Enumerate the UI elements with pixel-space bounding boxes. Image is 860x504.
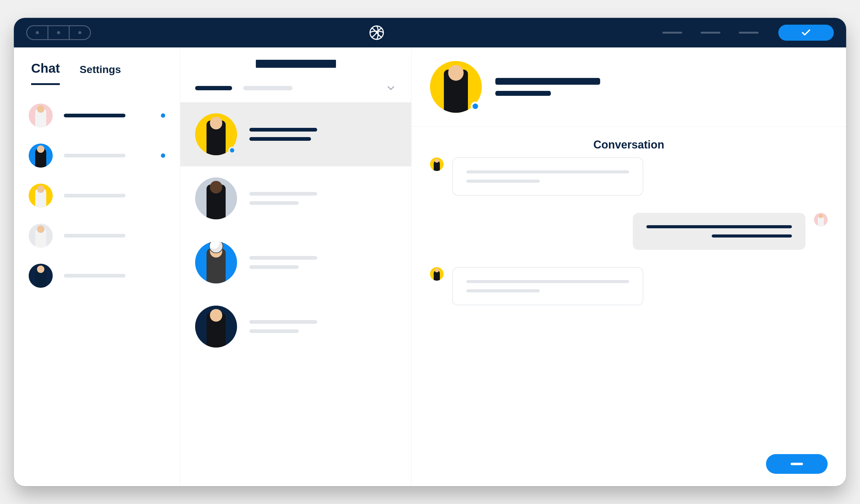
window-separator — [47, 26, 48, 39]
thread-title-redacted — [249, 128, 317, 132]
avatar — [195, 306, 237, 347]
message-line-redacted — [467, 180, 540, 183]
contact-item[interactable] — [29, 224, 165, 248]
thread-item[interactable] — [180, 231, 411, 295]
message-outgoing — [430, 213, 828, 250]
conversation-status-redacted — [495, 91, 551, 96]
tab-chat[interactable]: Chat — [31, 61, 60, 85]
avatar — [29, 224, 53, 248]
contact-item[interactable] — [29, 144, 165, 167]
message-bubble[interactable] — [452, 267, 643, 305]
menu-placeholder[interactable] — [701, 32, 720, 33]
message-line-redacted — [467, 280, 629, 283]
message-line-redacted — [646, 225, 792, 228]
window-controls[interactable] — [26, 25, 91, 40]
thread-title-redacted — [249, 256, 317, 260]
message-bubble[interactable] — [452, 158, 643, 196]
contact-name-redacted — [64, 194, 126, 197]
conversation-header — [412, 47, 846, 127]
thread-filter-row — [195, 83, 397, 102]
thread-item[interactable] — [180, 166, 411, 231]
contact-name-redacted — [64, 274, 126, 278]
conversation-name-redacted — [495, 78, 600, 85]
send-button[interactable] — [766, 454, 828, 474]
thread-title-redacted — [249, 320, 317, 324]
contact-item[interactable] — [29, 104, 165, 128]
presence-dot-icon — [228, 147, 236, 154]
thread-list-panel — [180, 47, 412, 486]
avatar — [195, 177, 237, 219]
conversation-section-title: Conversation — [593, 138, 664, 151]
avatar — [29, 183, 53, 208]
presence-dot-icon — [471, 102, 480, 111]
contact-name-redacted — [64, 234, 126, 238]
thread-subtitle-redacted — [249, 265, 299, 269]
avatar — [29, 104, 53, 128]
chevron-down-icon[interactable] — [385, 83, 397, 94]
avatar — [29, 264, 53, 288]
thread-filter-active[interactable] — [195, 86, 232, 90]
avatar — [430, 158, 444, 171]
avatar — [814, 213, 828, 226]
contact-name-redacted — [64, 114, 126, 117]
menu-placeholder-group — [662, 32, 759, 33]
message-line-redacted — [712, 235, 792, 238]
sidebar-tabs: Chat Settings — [14, 55, 180, 85]
composer-row — [412, 448, 846, 486]
confirm-button[interactable] — [778, 25, 834, 41]
main-layout: Chat Settings — [14, 47, 846, 486]
menu-placeholder[interactable] — [739, 32, 759, 33]
unread-dot-icon — [161, 113, 165, 118]
app-logo-icon — [369, 25, 385, 41]
thread-subtitle-redacted — [249, 329, 299, 333]
thread-filter[interactable] — [243, 86, 292, 90]
thread-subtitle-redacted — [249, 137, 311, 141]
thread-list-title-redacted — [256, 60, 336, 68]
tab-settings[interactable]: Settings — [80, 61, 121, 85]
check-icon — [801, 27, 811, 38]
thread-item[interactable] — [180, 102, 411, 166]
avatar — [195, 241, 237, 283]
menu-placeholder[interactable] — [662, 32, 682, 33]
window-dot — [57, 31, 60, 34]
avatar — [29, 144, 53, 167]
thread-list-header — [180, 47, 411, 102]
send-icon — [791, 463, 803, 465]
app-window: Chat Settings — [14, 18, 846, 486]
contact-item[interactable] — [29, 264, 165, 288]
message-incoming — [430, 158, 828, 196]
contact-list — [14, 85, 180, 306]
thread-title-redacted — [249, 192, 317, 196]
conversation-panel: Conversation — [412, 47, 846, 486]
thread-subtitle-redacted — [249, 201, 299, 205]
message-bubble[interactable] — [633, 213, 805, 250]
message-line-redacted — [467, 289, 540, 292]
message-line-redacted — [467, 171, 629, 174]
sidebar: Chat Settings — [14, 47, 180, 486]
message-incoming — [430, 267, 828, 305]
unread-dot-icon — [161, 153, 165, 158]
avatar — [430, 267, 444, 281]
contact-name-redacted — [64, 154, 126, 158]
window-dot — [78, 31, 81, 34]
contact-item[interactable] — [29, 183, 165, 208]
titlebar — [14, 18, 846, 47]
thread-item[interactable] — [180, 295, 411, 359]
window-separator — [69, 26, 70, 39]
window-dot — [36, 31, 39, 34]
message-list[interactable] — [412, 158, 846, 448]
